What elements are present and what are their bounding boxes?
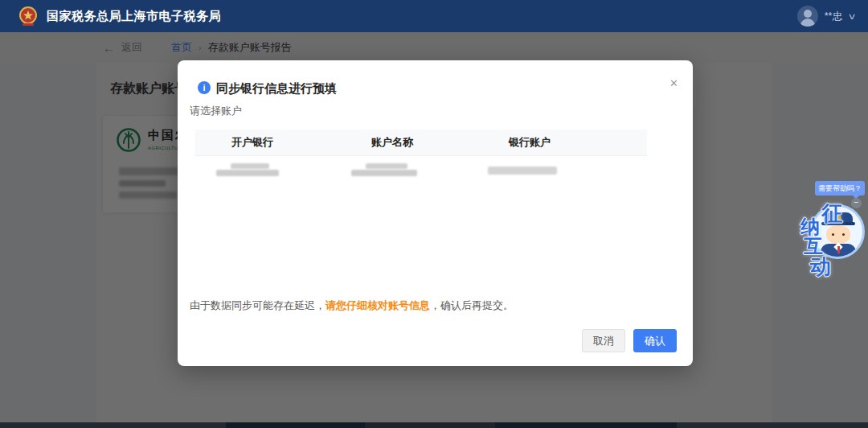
cancel-button[interactable]: 取消: [582, 329, 625, 352]
redacted-account-name-cell: [343, 163, 481, 178]
note-suffix: ，确认后再提交。: [430, 299, 514, 311]
note-prefix: 由于数据同步可能存在延迟，: [190, 299, 326, 311]
account-table-row[interactable]: [195, 155, 647, 186]
user-menu[interactable]: **忠 ∨: [797, 6, 855, 27]
tax-assistant-widget[interactable]: 需要帮助吗？ − 征 纳 互 动: [796, 179, 866, 277]
assistant-label-char: 征: [821, 200, 842, 228]
redacted-bank-cell: [195, 163, 343, 178]
screen: 国家税务总局上海市电子税务局 **忠 ∨ ← 返回 首页 › 存款账户账号报告 …: [0, 0, 868, 428]
column-header-account-name: 账户名称: [343, 130, 481, 155]
app-header: 国家税务总局上海市电子税务局 **忠 ∨: [0, 0, 868, 32]
modal-subtitle: 请选择账户: [190, 104, 242, 118]
confirm-button[interactable]: 确认: [633, 329, 677, 352]
avatar[interactable]: [797, 6, 818, 27]
assistant-label-char: 动: [810, 253, 831, 281]
account-table: 开户银行 账户名称 银行账户: [195, 130, 647, 186]
info-icon: i: [198, 81, 211, 94]
modal-actions: 取消 确认: [582, 329, 677, 352]
national-emblem-icon: [18, 6, 39, 27]
account-table-header-row: 开户银行 账户名称 银行账户: [195, 130, 647, 155]
user-name: **忠: [825, 10, 842, 23]
close-icon[interactable]: ✕: [669, 78, 678, 88]
assistant-help-bubble[interactable]: 需要帮助吗？: [815, 181, 865, 195]
redacted-bank-account-cell: [481, 163, 647, 178]
chevron-down-icon[interactable]: ∨: [847, 11, 856, 22]
app-title: 国家税务总局上海市电子税务局: [47, 9, 221, 24]
note-highlight: 请您仔细核对账号信息: [326, 299, 430, 311]
minimize-icon[interactable]: −: [851, 198, 862, 208]
sync-delay-note: 由于数据同步可能存在延迟，请您仔细核对账号信息，确认后再提交。: [190, 298, 514, 313]
modal-title: 同步银行信息进行预填: [216, 81, 337, 97]
sync-bank-info-modal: ✕ i 同步银行信息进行预填 请选择账户 开户银行 账户名称 银行账户 由于: [178, 60, 693, 366]
column-header-bank: 开户银行: [195, 130, 343, 155]
column-header-bank-account: 银行账户: [481, 130, 647, 155]
